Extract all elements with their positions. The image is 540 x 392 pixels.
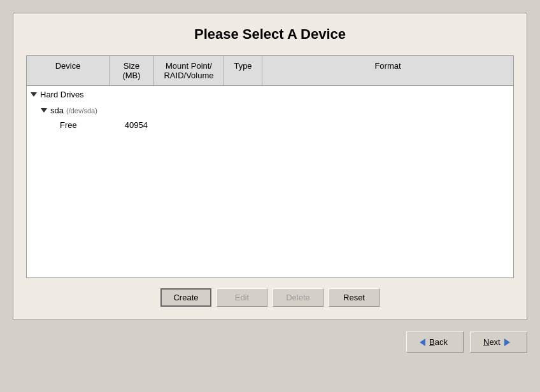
next-button[interactable]: Next: [470, 332, 527, 353]
free-label: Free: [60, 120, 110, 130]
reset-button[interactable]: Reset: [329, 288, 380, 307]
device-table: Device Size (MB) Mount Point/ RAID/Volum…: [26, 55, 514, 278]
next-arrow-icon: [504, 339, 510, 346]
col-mountpoint: Mount Point/ RAID/Volume: [154, 56, 224, 85]
action-buttons: Create Edit Delete Reset: [26, 288, 514, 307]
back-arrow-icon: [420, 339, 425, 346]
back-button[interactable]: Back: [406, 332, 464, 353]
back-label: Back: [429, 337, 448, 347]
hard-drives-label: Hard Drives: [40, 90, 84, 99]
page-title: Please Select A Device: [26, 26, 514, 43]
next-label: Next: [483, 337, 501, 347]
col-device: Device: [27, 56, 110, 85]
col-type: Type: [224, 56, 262, 85]
table-body: Hard Drives sda (/dev/sda) Free 40954: [27, 86, 513, 278]
delete-button[interactable]: Delete: [273, 288, 323, 307]
free-row[interactable]: Free 40954: [27, 118, 513, 132]
sda-name: sda: [50, 106, 64, 115]
chevron-down-icon: [41, 108, 47, 113]
col-format: Format: [262, 56, 513, 85]
hard-drives-row[interactable]: Hard Drives: [27, 86, 513, 103]
sda-row[interactable]: sda (/dev/sda): [27, 103, 513, 118]
nav-buttons: Back Next: [13, 332, 527, 353]
sda-path: (/dev/sda): [66, 107, 97, 115]
edit-button[interactable]: Edit: [217, 288, 267, 307]
chevron-down-icon: [31, 92, 37, 97]
table-header: Device Size (MB) Mount Point/ RAID/Volum…: [27, 56, 513, 86]
create-button[interactable]: Create: [160, 288, 211, 307]
free-size: 40954: [110, 120, 154, 130]
col-size: Size (MB): [110, 56, 154, 85]
main-panel: Please Select A Device Device Size (MB) …: [13, 13, 527, 320]
